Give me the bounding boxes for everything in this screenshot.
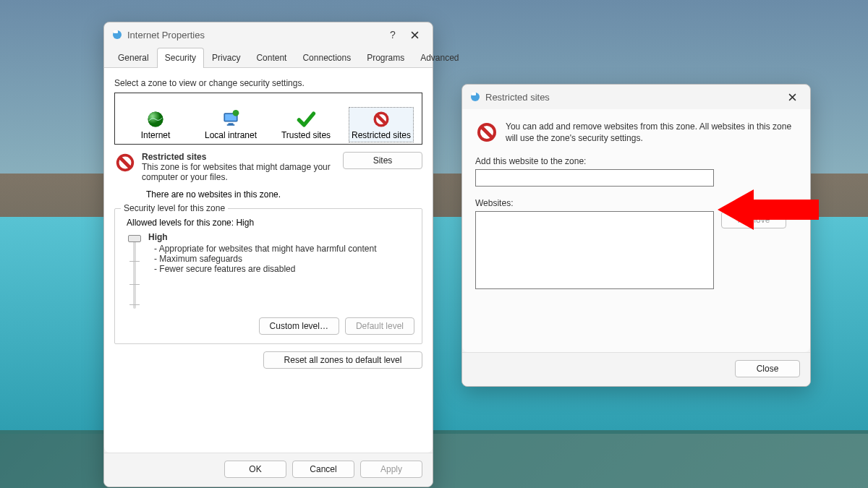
tab-advanced[interactable]: Advanced — [412, 48, 467, 68]
sites-button[interactable]: Sites — [343, 152, 422, 169]
window-icon — [111, 29, 123, 40]
restricted-sites-window: Restricted sites You can add and remove … — [461, 84, 811, 387]
zone-desc-text: This zone is for websites that might dam… — [142, 162, 337, 182]
zone-prompt: Select a zone to view or change security… — [114, 78, 422, 88]
svg-rect-7 — [227, 124, 235, 126]
dialog-footer: Close — [462, 352, 810, 386]
zone-trusted-sites[interactable]: Trusted sites — [273, 107, 339, 142]
cancel-button[interactable]: Cancel — [292, 461, 354, 478]
security-level-description: High - Appropriate for websites that mig… — [148, 232, 414, 312]
no-entry-icon — [114, 152, 136, 182]
security-level-legend: Security level for this zone — [121, 203, 228, 213]
tab-security[interactable]: Security — [157, 48, 204, 68]
security-level-group: Security level for this zone Allowed lev… — [114, 208, 422, 344]
svg-point-8 — [233, 110, 239, 116]
custom-level-button[interactable]: Custom level… — [259, 317, 339, 335]
websites-label: Websites: — [475, 198, 797, 208]
window-title: Restricted sites — [485, 92, 781, 103]
ok-button[interactable]: OK — [224, 461, 286, 478]
level-bullet: - Maximum safeguards — [154, 254, 414, 264]
close-button[interactable] — [404, 25, 425, 44]
zone-internet[interactable]: Internet — [123, 107, 188, 142]
tab-connections[interactable]: Connections — [294, 48, 359, 68]
allowed-levels-text: Allowed levels for this zone: High — [127, 218, 414, 228]
help-button[interactable]: ? — [382, 25, 404, 44]
websites-listbox[interactable] — [475, 211, 714, 289]
zone-local-intranet[interactable]: Local intranet — [198, 107, 263, 142]
svg-rect-1 — [114, 30, 118, 33]
zone-label: Trusted sites — [276, 131, 336, 140]
zone-empty-text: There are no websites in this zone. — [146, 189, 422, 200]
remove-button[interactable]: Remove — [721, 211, 786, 228]
globe-icon — [145, 109, 166, 129]
level-name: High — [148, 232, 414, 242]
tab-privacy[interactable]: Privacy — [204, 48, 248, 68]
add-website-label: Add this website to the zone: — [475, 156, 797, 166]
level-bullet: - Appropriate for websites that might ha… — [154, 244, 414, 254]
monitor-icon — [221, 109, 241, 129]
add-website-input[interactable] — [475, 169, 714, 187]
svg-rect-15 — [472, 93, 476, 95]
check-icon — [296, 109, 316, 129]
tab-programs[interactable]: Programs — [359, 48, 412, 68]
close-dialog-button[interactable]: Close — [735, 360, 800, 377]
restricted-sites-body: You can add and remove websites from thi… — [462, 109, 810, 352]
no-entry-icon — [371, 109, 391, 129]
tab-content[interactable]: Content — [248, 48, 294, 68]
no-entry-icon — [475, 121, 498, 146]
security-level-slider[interactable] — [127, 232, 142, 312]
internet-properties-window: Internet Properties ? General Security P… — [103, 22, 433, 487]
default-level-button[interactable]: Default level — [345, 317, 414, 335]
level-bullet: - Fewer secure features are disabled — [154, 264, 414, 274]
close-button[interactable] — [781, 87, 803, 106]
window-title: Internet Properties — [127, 30, 382, 40]
security-tab-body: Select a zone to view or change security… — [104, 68, 433, 453]
titlebar: Internet Properties ? — [104, 22, 433, 47]
svg-rect-6 — [229, 123, 234, 124]
tab-general[interactable]: General — [110, 48, 157, 68]
apply-button[interactable]: Apply — [360, 461, 422, 478]
zone-description: Restricted sites This zone is for websit… — [142, 152, 337, 182]
zone-label: Internet — [125, 131, 186, 140]
zone-label: Local intranet — [200, 131, 261, 140]
zone-label: Restricted sites — [351, 131, 412, 140]
zone-heading: Restricted sites — [142, 152, 337, 162]
tab-strip: General Security Privacy Content Connect… — [104, 47, 433, 68]
zone-list: Internet Local intranet Trusted sites Re… — [114, 93, 422, 145]
window-icon — [469, 91, 481, 103]
restricted-sites-description: You can add and remove websites from thi… — [506, 121, 797, 144]
dialog-footer: OK Cancel Apply — [104, 453, 433, 487]
zone-restricted-sites[interactable]: Restricted sites — [349, 107, 414, 142]
reset-zones-button[interactable]: Reset all zones to default level — [263, 351, 422, 369]
titlebar: Restricted sites — [462, 85, 810, 109]
